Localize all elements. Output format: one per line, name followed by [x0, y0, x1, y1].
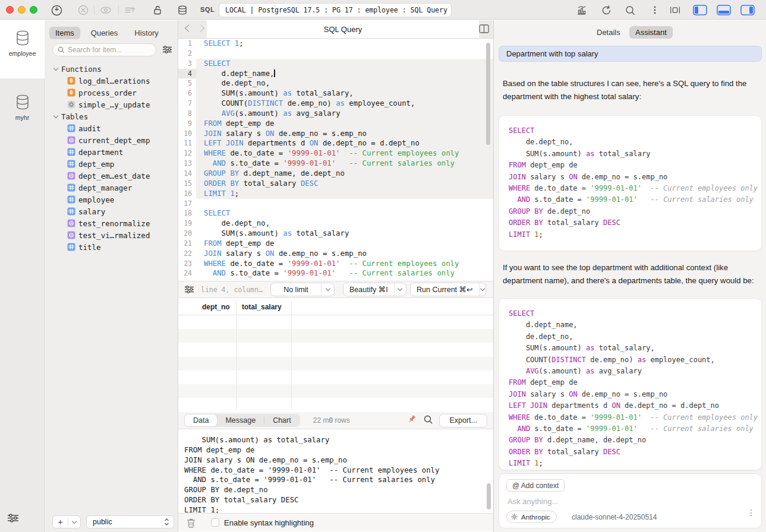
sidebar-item-test-renormalize[interactable]: test_renormalize [45, 217, 178, 229]
chevron-down-icon[interactable] [321, 283, 334, 296]
sidebar-item-title[interactable]: title [45, 241, 178, 253]
editor-line-24[interactable]: 24 AND s.to_date = '9999-01-01' -- Curre… [178, 268, 493, 278]
split-editor-icon[interactable] [479, 24, 489, 36]
statusbar-filter-icon[interactable] [184, 285, 194, 294]
chart-icon[interactable] [575, 4, 587, 16]
column-header-total-salary[interactable]: total_salary [236, 303, 291, 311]
editor-line-14[interactable]: 14GROUP BY d.dept_name, de.dept_no [178, 169, 493, 179]
editor-line-3[interactable]: 3SELECT [178, 59, 493, 69]
editor-line-7[interactable]: 7 COUNT(DISTINCT de.emp_no) as employee_… [178, 99, 493, 109]
refresh-icon[interactable] [600, 4, 612, 16]
toggle-left-panel-button[interactable] [691, 4, 709, 16]
connection-employee[interactable]: employee [0, 20, 45, 78]
add-item-button[interactable]: + [52, 515, 81, 528]
results-rows[interactable] [178, 315, 493, 411]
editor-line-4[interactable]: 4 d.dept_name, [178, 69, 493, 79]
editor-line-12[interactable]: 12WHERE de.to_date = '9999-01-01' -- Cur… [178, 148, 493, 159]
editor-line-22[interactable]: 22JOIN salary s ON de.emp_no = s.emp_no [178, 249, 493, 259]
connection-title[interactable]: LOCAL | PostgreSQL 17.5 : PG 17 : employ… [219, 3, 452, 17]
tab-details[interactable]: Details [591, 26, 626, 39]
chat-input-placeholder[interactable]: Ask anything... [507, 497, 558, 506]
syntax-highlighting-checkbox[interactable] [211, 518, 219, 527]
editor-line-9[interactable]: 9FROM dept_emp de [178, 119, 493, 129]
composer-menu-icon[interactable]: ⋮ [747, 511, 753, 515]
editor-line-8[interactable]: 8 AVG(s.amount) as avg_salary [178, 109, 493, 119]
sidebar-item-process-order[interactable]: 0process_order [45, 87, 178, 99]
sidebar-item-dept-manager[interactable]: dept_manager [45, 182, 178, 194]
table-row[interactable] [178, 315, 493, 329]
provider-selector[interactable]: Anthropic [506, 511, 557, 523]
table-row[interactable] [178, 384, 493, 398]
sidebar-item-log-dml-erations[interactable]: 0log_dml…erations [45, 75, 178, 87]
pin-icon[interactable] [406, 414, 417, 427]
sql-code-editor[interactable]: 1SELECT 1;23SELECT4 d.dept_name,5 de.dep… [178, 39, 493, 281]
tree-section-functions[interactable]: Functions [45, 63, 178, 75]
editor-line-19[interactable]: 19 de.dept_no, [178, 218, 493, 229]
editor-line-5[interactable]: 5 de.dept_no, [178, 78, 493, 88]
export-button[interactable]: Export... [439, 414, 487, 428]
sidebar-item-audit[interactable]: audit [45, 122, 178, 134]
search-results-icon[interactable] [423, 414, 433, 427]
more-menu-icon[interactable] [649, 4, 661, 16]
editor-scrollbar[interactable] [486, 43, 490, 145]
zoom-button[interactable] [30, 6, 37, 14]
chevron-down-icon[interactable] [394, 283, 406, 296]
unlock-icon[interactable] [152, 4, 163, 16]
connection-myhr[interactable]: myhr [0, 87, 45, 138]
minimize-button[interactable] [18, 6, 26, 14]
tab-assistant[interactable]: Assistant [629, 26, 673, 39]
beautify-button[interactable]: Beautify ⌘I [343, 283, 406, 296]
sidebar-item-employee[interactable]: employee [45, 194, 178, 205]
close-button[interactable] [6, 6, 14, 14]
table-row[interactable] [178, 329, 493, 343]
tab-history[interactable]: History [128, 27, 164, 39]
sidebar-item-test-vi-rmalized[interactable]: test_vi…rmalized [45, 229, 178, 241]
sidebar-item-salary[interactable]: salary [45, 205, 178, 217]
commit-log-icon[interactable] [124, 4, 135, 16]
sidebar-item-current-dept-emp[interactable]: current_dept_emp [45, 134, 178, 146]
preview-eye-icon[interactable] [100, 4, 112, 16]
tab-queries[interactable]: Queries [85, 27, 124, 39]
rail-filter-icon[interactable] [7, 513, 19, 525]
editor-line-16[interactable]: 16LIMIT 1; [178, 189, 493, 199]
back-icon[interactable] [185, 24, 193, 32]
editor-line-15[interactable]: 15ORDER BY total_salary DESC [178, 179, 493, 189]
chat-composer[interactable]: @ Add context Ask anything... Anthropic … [499, 473, 762, 528]
connect-icon[interactable] [51, 4, 62, 16]
schema-select[interactable]: public [86, 515, 174, 528]
editor-line-13[interactable]: 13 AND s.to_date = '9999-01-01' -- Curre… [178, 159, 493, 169]
table-row[interactable] [178, 357, 493, 370]
sidebar-item-simple-y-update[interactable]: simple_…y_update [45, 99, 178, 110]
message-scrollbar[interactable] [487, 483, 491, 509]
sidebar-item-department[interactable]: department [45, 146, 178, 158]
limit-dropdown[interactable]: No limit [270, 283, 335, 296]
columns-layout-icon[interactable] [669, 4, 681, 16]
table-row[interactable] [178, 343, 493, 356]
editor-line-10[interactable]: 10JOIN salary s ON de.emp_no = s.emp_no [178, 129, 493, 139]
assistant-code-block-2[interactable]: SELECT d.dept_name, de.dept_no, SUM(s.am… [499, 298, 762, 470]
search-input[interactable] [68, 46, 145, 54]
editor-line-2[interactable]: 2 [178, 49, 493, 59]
toggle-right-panel-button[interactable] [739, 4, 756, 16]
editor-line-21[interactable]: 21FROM dept_emp de [178, 239, 493, 249]
sidebar-item-dept-emp[interactable]: dept_emp [45, 158, 178, 170]
editor-line-6[interactable]: 6 SUM(s.amount) as total_salary, [178, 88, 493, 99]
toggle-bottom-panel-button[interactable] [715, 4, 733, 16]
disconnect-icon[interactable] [77, 4, 89, 16]
table-row[interactable] [178, 398, 493, 411]
plus-icon[interactable]: + [53, 517, 68, 527]
trash-icon[interactable] [187, 518, 196, 528]
tab-sql-query[interactable]: SQL Query [207, 20, 479, 38]
editor-line-1[interactable]: 1SELECT 1; [178, 39, 493, 49]
chevron-down-icon[interactable] [479, 283, 486, 296]
forward-icon[interactable] [197, 24, 204, 32]
run-current-button[interactable]: Run Current ⌘↩ [410, 283, 486, 296]
tree-section-tables[interactable]: Tables [45, 110, 178, 122]
sidebar-item-dept-em-est-date[interactable]: dept_em…est_date [45, 170, 178, 182]
sidebar-search[interactable] [52, 43, 156, 56]
database-icon[interactable] [176, 4, 188, 16]
editor-line-11[interactable]: 11LEFT JOIN departments d ON de.dept_no … [178, 138, 493, 148]
search-icon[interactable] [624, 4, 636, 16]
tab-message[interactable]: Message [217, 414, 264, 426]
editor-line-20[interactable]: 20 SUM(s.amount) as total_salary [178, 229, 493, 239]
